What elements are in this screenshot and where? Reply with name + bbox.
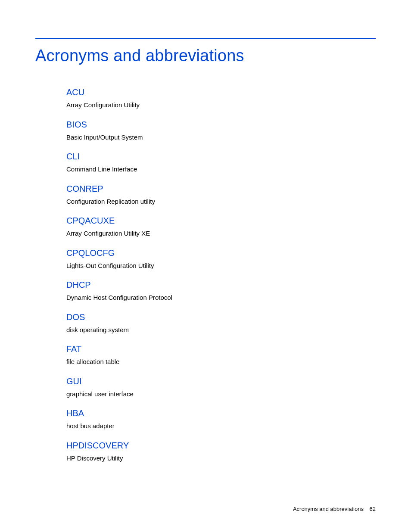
acronym-definition: Array Configuration Utility <box>66 101 376 109</box>
acronym-definition: disk operating system <box>66 326 376 334</box>
acronym-term: DHCP <box>66 280 376 290</box>
acronym-entry: GUI graphical user interface <box>66 376 376 398</box>
acronym-entry: HBA host bus adapter <box>66 408 376 430</box>
footer-section: Acronyms and abbreviations <box>293 506 364 512</box>
acronym-term: BIOS <box>66 120 376 130</box>
page-footer: Acronyms and abbreviations 62 <box>293 506 376 512</box>
footer-page-number: 62 <box>370 506 376 512</box>
acronym-term: HPDISCOVERY <box>66 441 376 451</box>
acronym-entry: DOS disk operating system <box>66 312 376 334</box>
acronym-definition: Basic Input/Output System <box>66 133 376 142</box>
acronym-entry: HPDISCOVERY HP Discovery Utility <box>66 441 376 463</box>
acronym-definition: host bus adapter <box>66 422 376 430</box>
acronym-definition: Array Configuration Utility XE <box>66 229 376 238</box>
document-page: Acronyms and abbreviations ACU Array Con… <box>0 0 411 532</box>
acronym-term: CLI <box>66 152 376 162</box>
acronym-entry: CPQACUXE Array Configuration Utility XE <box>66 216 376 238</box>
acronym-term: CPQLOCFG <box>66 248 376 258</box>
acronym-term: DOS <box>66 312 376 322</box>
acronym-definition: HP Discovery Utility <box>66 454 376 463</box>
acronym-definition: Command Line Interface <box>66 165 376 174</box>
acronym-term: HBA <box>66 408 376 418</box>
acronym-term: ACU <box>66 87 376 97</box>
acronym-entry: BIOS Basic Input/Output System <box>66 120 376 142</box>
acronym-list: ACU Array Configuration Utility BIOS Bas… <box>66 87 376 462</box>
acronym-term: FAT <box>66 344 376 354</box>
acronym-entry: CLI Command Line Interface <box>66 152 376 174</box>
acronym-definition: Dynamic Host Configuration Protocol <box>66 293 376 302</box>
acronym-definition: Lights-Out Configuration Utility <box>66 261 376 270</box>
acronym-entry: ACU Array Configuration Utility <box>66 87 376 109</box>
acronym-term: GUI <box>66 376 376 386</box>
acronym-term: CPQACUXE <box>66 216 376 226</box>
acronym-entry: DHCP Dynamic Host Configuration Protocol <box>66 280 376 302</box>
acronym-entry: CPQLOCFG Lights-Out Configuration Utilit… <box>66 248 376 270</box>
acronym-definition: file allocation table <box>66 358 376 366</box>
acronym-entry: FAT file allocation table <box>66 344 376 366</box>
acronym-definition: Configuration Replication utility <box>66 197 376 206</box>
header-rule <box>35 38 376 39</box>
acronym-definition: graphical user interface <box>66 390 376 398</box>
page-title: Acronyms and abbreviations <box>35 47 376 65</box>
acronym-term: CONREP <box>66 184 376 194</box>
acronym-entry: CONREP Configuration Replication utility <box>66 184 376 206</box>
